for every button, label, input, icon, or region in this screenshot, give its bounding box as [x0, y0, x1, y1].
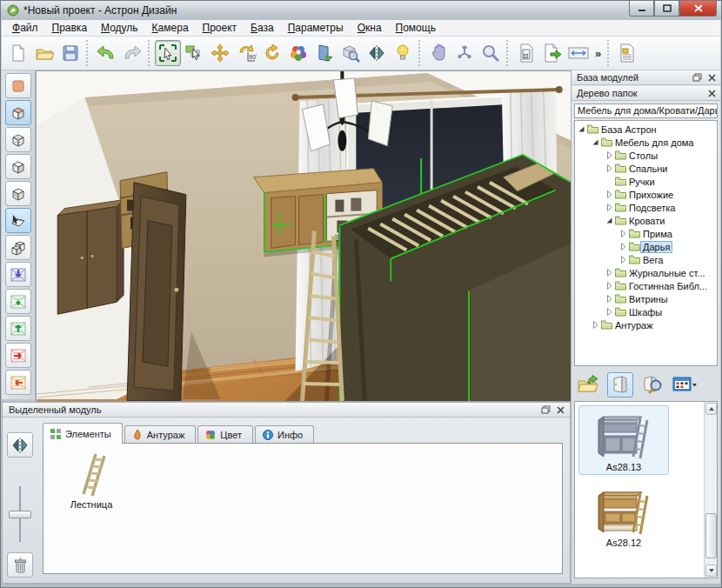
select-modules-button[interactable] — [181, 40, 207, 66]
modules-view-button[interactable] — [607, 372, 633, 398]
lighting-button[interactable] — [390, 40, 416, 66]
expander-icon[interactable] — [605, 269, 614, 277]
tree-item[interactable]: Столы — [575, 149, 717, 162]
expander-icon[interactable] — [618, 256, 628, 264]
tree-item[interactable]: Подсветка — [575, 201, 717, 214]
float-panel-icon[interactable] — [691, 72, 703, 84]
tree-item[interactable]: Гостинная Библ... — [575, 279, 717, 292]
tree-item[interactable]: Дарья — [575, 240, 717, 253]
hidden-line-view-button[interactable] — [5, 154, 31, 179]
slider-thumb[interactable] — [9, 511, 31, 518]
mirror-module-button[interactable] — [364, 40, 390, 66]
element-item-ladder[interactable]: Лестница — [54, 449, 129, 510]
maximize-button[interactable] — [654, 1, 679, 17]
scroll-up-icon[interactable] — [705, 403, 717, 415]
minimize-button[interactable] — [629, 1, 654, 17]
solid-view-button[interactable] — [5, 100, 31, 125]
menu-item[interactable]: Файл — [5, 20, 45, 36]
tree-item[interactable]: Прихожие — [575, 188, 717, 201]
menu-item[interactable]: Камера — [145, 20, 196, 36]
expander-icon[interactable] — [605, 204, 614, 211]
tab-color[interactable]: Цвет — [197, 425, 253, 444]
menu-item[interactable]: Модуль — [94, 20, 145, 36]
delete-module-button[interactable] — [7, 552, 33, 578]
close-panel-icon[interactable] — [554, 404, 566, 416]
expander-icon[interactable] — [591, 321, 600, 329]
menu-item[interactable]: Параметры — [281, 20, 351, 36]
expander-icon[interactable] — [605, 308, 614, 316]
tree-item[interactable]: Мебель для дома — [575, 136, 717, 149]
close-button[interactable] — [679, 1, 717, 17]
tree-item[interactable]: Кровати — [575, 214, 717, 227]
specification-button[interactable] — [614, 40, 640, 66]
dimensions-button[interactable] — [565, 40, 592, 66]
current-folder-path[interactable]: Мебель для дома/Кровати/Дарья — [574, 104, 718, 118]
scroll-down-icon[interactable] — [705, 565, 717, 577]
viewport-3d[interactable] — [36, 70, 572, 402]
expander-icon[interactable] — [591, 138, 600, 146]
pan-camera-button[interactable] — [425, 40, 451, 66]
two-cubes-view-button[interactable] — [5, 235, 31, 260]
walls-show-button[interactable] — [5, 316, 31, 341]
mirror-selected-button[interactable] — [7, 432, 33, 458]
save-button[interactable] — [57, 40, 84, 66]
selected-module-panel-titlebar[interactable]: Выделенный модуль — [3, 403, 570, 418]
tree-item[interactable]: Вега — [575, 253, 717, 266]
menu-item[interactable]: Окна — [351, 20, 389, 36]
titlebar[interactable]: *Новый проект - Астрон Дизайн — [1, 1, 721, 20]
tree-item[interactable]: Спальни — [575, 162, 717, 175]
expander-icon[interactable] — [605, 295, 614, 303]
expander-icon[interactable] — [577, 125, 586, 133]
expander-icon[interactable] — [605, 177, 614, 185]
wireframe-view-button[interactable] — [5, 127, 31, 152]
expander-icon[interactable] — [605, 151, 614, 159]
tab-elements[interactable]: Элементы — [43, 423, 123, 444]
tab-entourage[interactable]: Антураж — [124, 425, 197, 444]
move-module-button[interactable] — [207, 40, 233, 66]
module-search-button[interactable] — [639, 372, 665, 398]
grid-view-button[interactable] — [672, 372, 698, 398]
close-panel-icon[interactable] — [705, 88, 718, 99]
find-module-button[interactable] — [338, 40, 364, 66]
scrollbar-thumb[interactable] — [705, 513, 717, 558]
new-project-button[interactable] — [5, 40, 31, 66]
float-panel-icon[interactable] — [539, 404, 552, 416]
folder-tree-titlebar[interactable]: Дерево папок — [572, 86, 720, 101]
expander-icon[interactable] — [605, 217, 614, 224]
menu-item[interactable]: Проект — [196, 20, 244, 36]
materials-button[interactable] — [285, 40, 311, 66]
expander-icon[interactable] — [618, 230, 628, 237]
tree-item[interactable]: Прима — [575, 227, 717, 240]
select-module-button[interactable] — [155, 40, 181, 66]
module-db-titlebar[interactable]: База модулей — [572, 70, 720, 85]
doors-windows-button[interactable] — [311, 40, 338, 66]
height-slider[interactable] — [7, 486, 33, 542]
menu-item[interactable]: Помощь — [389, 20, 443, 36]
open-project-button[interactable] — [31, 40, 57, 66]
tree-item[interactable]: Антураж — [575, 318, 717, 331]
wall-top-off-button[interactable] — [5, 262, 31, 287]
redo-button[interactable] — [119, 40, 145, 66]
module-thumb-as2813[interactable]: As28.13 — [578, 405, 669, 475]
zoom-camera-button[interactable] — [478, 40, 504, 66]
tree-item[interactable]: Журнальные ст... — [575, 266, 717, 279]
expander-icon[interactable] — [605, 164, 614, 172]
wall-right-off-button[interactable] — [5, 343, 31, 368]
estimate-button[interactable] — [513, 40, 539, 66]
tree-item[interactable]: Ручки — [575, 175, 717, 188]
wall-cabinet[interactable] — [57, 200, 124, 315]
expander-icon[interactable] — [605, 282, 614, 290]
tab-info[interactable]: Инфо — [255, 425, 314, 444]
export-button[interactable] — [539, 40, 565, 66]
orbit-camera-button[interactable] — [451, 40, 478, 66]
close-panel-icon[interactable] — [705, 72, 718, 84]
wall-near-off-button[interactable] — [5, 289, 31, 314]
menu-item[interactable]: Правка — [45, 20, 95, 36]
add-to-project-button[interactable] — [575, 372, 601, 398]
thumbnails-scrollbar[interactable] — [704, 402, 717, 578]
plan-view-button[interactable] — [5, 73, 31, 98]
tree-item[interactable]: Витрины — [575, 292, 717, 305]
perspective-view-button[interactable] — [5, 208, 31, 233]
textured-wire-view-button[interactable] — [5, 181, 31, 206]
elements-list[interactable]: Лестница — [43, 443, 563, 574]
